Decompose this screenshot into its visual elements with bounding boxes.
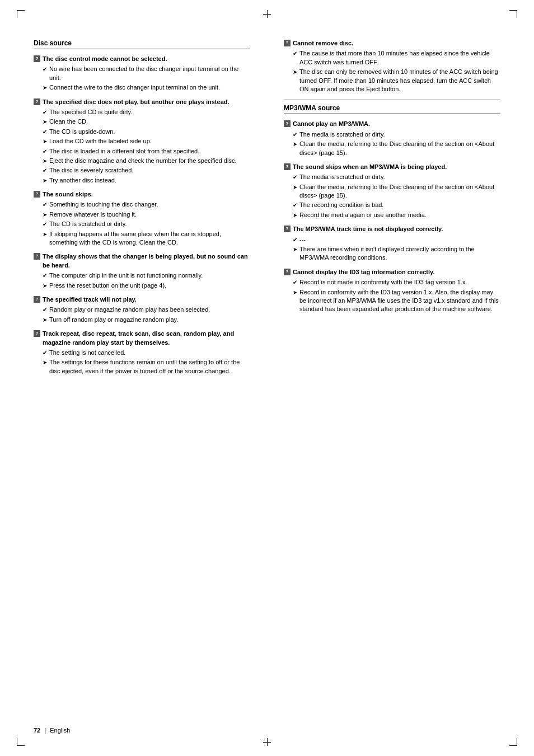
check-icon: ✔ (43, 306, 47, 314)
answer-text: No wire has been connected to the disc c… (49, 65, 250, 82)
answer-text: Record in conformity with the ID3 tag ve… (299, 288, 500, 314)
answer-item: ✔ The disc is severely scratched. (43, 166, 250, 175)
question-text-q3: The sound skips. (43, 190, 93, 199)
question-block-q2: ? The specified disc does not play, but … (34, 98, 250, 185)
answer-item: ✔ The CD is upside-down. (43, 128, 250, 136)
question-label-q6: ? Track repeat, disc repeat, track scan,… (34, 330, 250, 347)
check-icon: ✔ (43, 167, 47, 175)
q-icon-q6: ? (34, 330, 40, 337)
page: Disc source ? The disc control mode cann… (0, 0, 534, 756)
arrow-icon: ➤ (293, 212, 297, 219)
answer-list-q8: ✔ The media is scratched or dirty. ➤ Cle… (284, 130, 500, 157)
answer-text: The media is scratched or dirty. (299, 130, 385, 139)
answer-item: ➤ Turn off random play or magazine rando… (43, 316, 250, 324)
check-icon: ✔ (43, 128, 47, 136)
q-icon-q1: ? (34, 55, 40, 62)
cross-top (263, 10, 271, 18)
answer-text: The media is scratched or dirty. (299, 173, 385, 181)
answer-text: The CD is scratched or dirty. (49, 220, 127, 228)
check-icon: ✔ (43, 220, 47, 228)
cross-bottom (263, 738, 271, 746)
answer-item: ➤ Connect the wire to the disc changer i… (43, 83, 250, 92)
arrow-icon: ➤ (43, 282, 47, 290)
question-label-q9: ? The sound skips when an MP3/WMA is bei… (284, 163, 500, 171)
question-label-q4: ? The display shows that the changer is … (34, 252, 250, 270)
q-icon-q2: ? (34, 98, 40, 105)
question-block-q5: ? The specified track will not play. ✔ R… (34, 295, 250, 324)
page-language: English (50, 727, 70, 734)
q-icon-q10: ? (284, 226, 291, 232)
answer-list-q7: ✔ The cause is that more than 10 minutes… (284, 49, 500, 93)
check-icon: ✔ (293, 236, 297, 244)
question-block-q4: ? The display shows that the changer is … (34, 252, 250, 290)
arrow-icon: ➤ (293, 246, 297, 253)
question-block-q1: ? The disc control mode cannot be select… (34, 55, 250, 92)
answer-item: ➤ Clean the media, referring to the Disc… (293, 140, 500, 157)
answer-text: Connect the wire to the disc changer inp… (49, 83, 220, 92)
answer-text: The cause is that more than 10 minutes h… (299, 49, 500, 67)
question-label-q2: ? The specified disc does not play, but … (34, 98, 250, 106)
corner-mark-bl (17, 738, 25, 746)
arrow-icon: ➤ (43, 84, 47, 92)
answer-list-q11: ✔ Record is not made in conformity with … (284, 278, 500, 314)
content-area: Disc source ? The disc control mode cann… (34, 39, 500, 381)
answer-text: The disc is severely scratched. (49, 166, 133, 175)
answer-text: The setting is not cancelled. (49, 349, 125, 357)
question-label-q10: ? The MP3/WMA track time is not displaye… (284, 225, 500, 233)
q-icon-q5: ? (34, 296, 40, 303)
arrow-icon: ➤ (43, 359, 47, 367)
answer-list-q5: ✔ Random play or magazine random play ha… (34, 306, 250, 324)
footer-separator: | (44, 727, 46, 734)
answer-item: ✔ The media is scratched or dirty. (293, 173, 500, 181)
arrow-icon: ➤ (43, 231, 47, 238)
question-text-q6: Track repeat, disc repeat, track scan, d… (43, 330, 250, 347)
answer-text: The disc is loaded in a different slot f… (49, 147, 199, 156)
answer-text: The disc can only be removed within 10 m… (299, 68, 500, 93)
answer-list-q2: ✔ The specified CD is quite dirty. ➤ Cle… (34, 108, 250, 185)
answer-item: ➤ Eject the disc magazine and check the … (43, 157, 250, 165)
answer-item: ✔ The recording condition is bad. (293, 201, 500, 209)
question-block-q7: ? Cannot remove disc. ✔ The cause is tha… (284, 39, 500, 93)
left-column: Disc source ? The disc control mode cann… (34, 39, 259, 381)
q-icon-q8: ? (284, 120, 291, 127)
question-block-q9: ? The sound skips when an MP3/WMA is bei… (284, 163, 500, 219)
right-section-header: MP3/WMA source (284, 104, 500, 114)
answer-text: Record the media again or use another me… (299, 211, 427, 219)
arrow-icon: ➤ (43, 316, 47, 324)
answer-item: ➤ If skipping happens at the same place … (43, 230, 250, 247)
answer-text: The specified CD is quite dirty. (49, 108, 132, 116)
answer-item: ✔ Random play or magazine random play ha… (43, 306, 250, 314)
answer-list-q10: ✔ --- ➤ There are times when it isn't di… (284, 236, 500, 262)
answer-item: ➤ Record in conformity with the ID3 tag … (293, 288, 500, 314)
answer-list-q1: ✔ No wire has been connected to the disc… (34, 65, 250, 92)
answer-item: ✔ The cause is that more than 10 minutes… (293, 49, 500, 67)
arrow-icon: ➤ (293, 68, 297, 76)
arrow-icon: ➤ (43, 177, 47, 185)
answer-text: Remove whatever is touching it. (49, 210, 137, 219)
section-divider (284, 99, 500, 100)
answer-text: Press the reset button on the unit (page… (49, 281, 166, 290)
answer-item: ➤ Clean the CD. (43, 118, 250, 126)
page-footer: 72 | English (34, 727, 70, 734)
answer-item: ➤ Press the reset button on the unit (pa… (43, 281, 250, 290)
answer-item: ✔ The media is scratched or dirty. (293, 130, 500, 139)
q-icon-q4: ? (34, 253, 40, 260)
corner-mark-tl (17, 10, 25, 18)
arrow-icon: ➤ (293, 289, 297, 297)
question-label-q5: ? The specified track will not play. (34, 295, 250, 304)
question-text-q2: The specified disc does not play, but an… (43, 98, 229, 106)
answer-item: ➤ Try another disc instead. (43, 176, 250, 185)
left-section-header: Disc source (34, 39, 250, 49)
answer-list-q4: ✔ The computer chip in the unit is not f… (34, 271, 250, 290)
answer-text: There are times when it isn't displayed … (299, 245, 500, 262)
check-icon: ✔ (43, 65, 47, 73)
answer-item: ✔ The specified CD is quite dirty. (43, 108, 250, 116)
question-text-q1: The disc control mode cannot be selected… (43, 55, 167, 63)
check-icon: ✔ (43, 272, 47, 280)
q-icon-q9: ? (284, 163, 291, 170)
check-icon: ✔ (293, 201, 297, 209)
answer-list-q3: ✔ Something is touching the disc changer… (34, 200, 250, 247)
answer-item: ➤ Record the media again or use another … (293, 211, 500, 219)
page-number: 72 (34, 727, 40, 734)
answer-text: Clean the CD. (49, 118, 88, 126)
